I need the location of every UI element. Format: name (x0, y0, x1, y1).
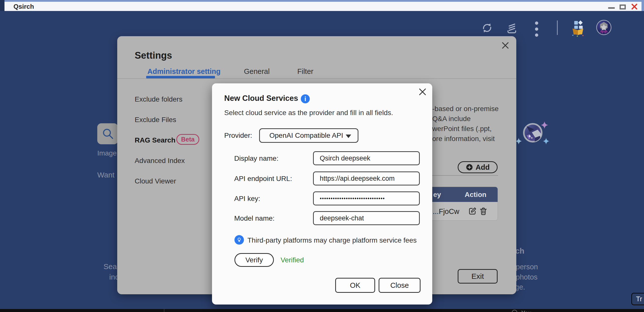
active-tab-underline (146, 76, 215, 78)
api-key-label: API key: (234, 195, 260, 203)
sidebar-item-rag-search[interactable]: RAG Search (135, 136, 175, 144)
fees-note: Third-party platforms may charge platfor… (248, 236, 416, 244)
trash-icon (479, 206, 488, 216)
ok-button-label: OK (350, 281, 360, 289)
section-divider (424, 175, 498, 176)
refresh-icon (480, 21, 494, 35)
person-text-fragment: person (516, 263, 538, 271)
model-name-field[interactable] (313, 211, 420, 225)
kebab-dot (535, 28, 538, 31)
verify-button-label: Verify (246, 256, 263, 264)
action-column-header: Action (465, 191, 486, 199)
kebab-dot (535, 34, 538, 37)
tab-administrator-setting[interactable]: Administrator setting (148, 67, 220, 76)
add-button-label: Add (476, 163, 490, 171)
titlebar (4, 2, 642, 11)
sparkle-icon (543, 138, 550, 145)
window-corner (0, 0, 4, 11)
sphere-icon (522, 122, 544, 144)
sidebar-item-cloud-viewer[interactable]: Cloud Viewer (135, 177, 176, 185)
new-cloud-services-modal: New Cloud Services i Select cloud servic… (212, 83, 432, 304)
key-column-header-fragment: ey (433, 191, 441, 199)
avatar-medal-icon (596, 20, 612, 36)
rag-description-fragment: ore information, visit (432, 134, 514, 144)
rag-description-fragment: werPoint files (.ppt, (432, 124, 514, 134)
ok-button[interactable]: OK (335, 278, 375, 293)
chevron-down-icon (346, 135, 351, 138)
ge-text-fragment: ge. (515, 283, 525, 291)
app-center-button[interactable] (569, 19, 587, 37)
want-text-fragment: Want (97, 171, 114, 179)
hint-bulb-icon (234, 235, 244, 245)
close-icon (500, 41, 510, 50)
taskbar-divider (164, 309, 164, 312)
info-glyph: i (304, 95, 306, 103)
beta-badge: Beta (176, 134, 199, 145)
kebab-dot (535, 22, 538, 25)
background-search-box[interactable] (97, 123, 118, 144)
close-window-button[interactable] (631, 3, 638, 10)
modal-close-button[interactable] (418, 87, 428, 97)
api-endpoint-field[interactable] (313, 171, 420, 185)
images-tab-fragment: Image (97, 149, 117, 157)
tab-filter[interactable]: Filter (297, 67, 313, 76)
exit-button-label: Exit (472, 272, 484, 280)
verified-status: Verified (280, 256, 304, 264)
sidebar-item-exclude-folders[interactable]: Exclude folders (135, 95, 182, 103)
try-button-label: Tr (636, 295, 642, 303)
display-name-field[interactable] (313, 151, 420, 165)
window-title: Qsirch (14, 3, 34, 11)
edit-icon (468, 206, 477, 216)
close-icon (631, 3, 638, 10)
provider-selected-value: OpenAI Compatible API (269, 132, 343, 140)
exit-button[interactable]: Exit (458, 269, 498, 283)
maximize-button[interactable] (620, 5, 626, 10)
sparkle-icon (515, 138, 522, 145)
model-name-label: Model name: (234, 214, 274, 222)
api-endpoint-label: API endpoint URL: (234, 175, 292, 183)
api-key-field[interactable] (313, 191, 420, 205)
index-status-button[interactable] (505, 21, 518, 35)
sparkle-icon (541, 121, 548, 129)
modal-close-action-button[interactable]: Close (378, 278, 420, 293)
rag-description-fragment: Q&A include (432, 114, 514, 124)
info-icon[interactable]: i (301, 94, 310, 103)
refresh-button[interactable] (480, 21, 494, 35)
search-text-fragment: Sear (104, 262, 119, 271)
add-cloud-service-button[interactable]: Add (458, 161, 498, 173)
edit-row-button[interactable] (468, 206, 477, 216)
display-name-label: Display name: (234, 155, 278, 162)
settings-title: Settings (135, 50, 172, 61)
modal-subtitle: Select cloud service as the provider and… (224, 109, 393, 117)
provider-select[interactable]: OpenAI Compatible API (259, 128, 358, 143)
sidebar-item-exclude-files[interactable]: Exclude Files (135, 116, 176, 124)
tab-row-border (117, 78, 516, 79)
minimize-button[interactable] (608, 7, 615, 9)
search-icon (101, 127, 114, 140)
api-key-cell-fragment: ...FjoCw (433, 207, 459, 216)
plus-circle-icon (466, 163, 473, 171)
window-top-border (0, 0, 644, 2)
photos-text-fragment: photos (516, 273, 538, 281)
provider-label: Provider: (224, 132, 252, 140)
header-divider (557, 21, 558, 35)
settings-close-button[interactable] (500, 41, 510, 50)
rag-description-fragment: -based or on-premise (432, 104, 514, 114)
index-stack-icon (505, 21, 518, 35)
tab-general[interactable]: General (244, 67, 270, 76)
close-button-label: Close (390, 281, 409, 289)
delete-row-button[interactable] (479, 206, 488, 216)
taskbar-you-fragment: You (521, 309, 532, 312)
more-menu-button[interactable] (535, 22, 538, 37)
verify-button[interactable]: Verify (234, 253, 274, 267)
taskbar-avatar-fragment (512, 310, 517, 312)
qsirch-sphere-logo (522, 122, 544, 144)
window-right-border (642, 0, 644, 11)
app-center-box-icon (569, 19, 587, 37)
sidebar-item-advanced-index[interactable]: Advanced Index (135, 157, 185, 165)
modal-title: New Cloud Services (224, 94, 298, 103)
user-avatar-button[interactable] (596, 20, 612, 36)
try-button[interactable]: Tr (631, 293, 644, 305)
bottom-taskbar: You (0, 309, 644, 312)
close-icon (418, 87, 428, 97)
